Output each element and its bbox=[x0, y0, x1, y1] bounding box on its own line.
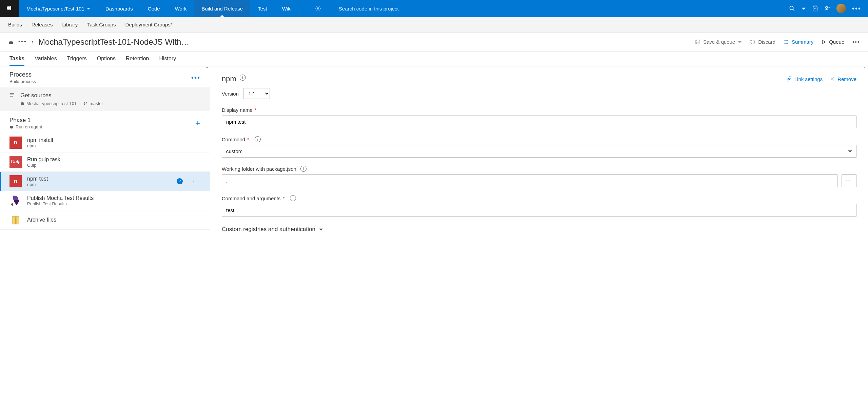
search-box[interactable] bbox=[337, 3, 446, 14]
nav-test[interactable]: Test bbox=[250, 0, 275, 17]
more-actions[interactable]: ••• bbox=[852, 39, 860, 45]
command-select[interactable]: custom bbox=[222, 145, 856, 158]
branch-icon bbox=[83, 102, 87, 106]
form-header: npm i Link settings Remove bbox=[222, 75, 856, 83]
subnav-library[interactable]: Library bbox=[62, 22, 78, 27]
get-sources[interactable]: Get sources MochaTypescriptTest-101 mast… bbox=[0, 87, 210, 111]
tab-history[interactable]: History bbox=[159, 56, 176, 66]
subnav-builds[interactable]: Builds bbox=[8, 22, 22, 27]
process-header[interactable]: Process Build process ••• bbox=[0, 66, 210, 87]
title-actions: Save & queue Discard Summary Queue ••• bbox=[695, 39, 860, 45]
more-icon[interactable]: ••• bbox=[18, 38, 27, 45]
phase-title: Phase 1 bbox=[9, 117, 42, 124]
publish-icon bbox=[9, 194, 22, 207]
avatar[interactable] bbox=[836, 4, 846, 13]
summary-button[interactable]: Summary bbox=[784, 39, 813, 45]
folder-input[interactable] bbox=[222, 174, 837, 187]
topbar-right: ••• bbox=[782, 4, 868, 13]
task-name: Archive files bbox=[27, 217, 56, 223]
svg-point-15 bbox=[84, 102, 85, 103]
task-type: npm bbox=[27, 143, 53, 148]
info-icon[interactable]: i bbox=[240, 75, 246, 81]
tab-tasks[interactable]: Tasks bbox=[9, 56, 24, 66]
queue-button[interactable]: Queue bbox=[822, 39, 844, 45]
discard-button[interactable]: Discard bbox=[750, 39, 775, 45]
repo-name: MochaTypescriptTest-101 bbox=[26, 101, 77, 106]
build-def-icon[interactable] bbox=[8, 39, 14, 45]
task-type: npm bbox=[27, 182, 48, 187]
tab-options[interactable]: Options bbox=[97, 56, 116, 66]
tab-triggers[interactable]: Triggers bbox=[67, 56, 87, 66]
collapsible-registries[interactable]: Custom registries and authentication bbox=[222, 226, 856, 233]
undo-icon bbox=[750, 39, 755, 45]
nav-work[interactable]: Work bbox=[167, 0, 194, 17]
scroll-up-icon[interactable]: ⌃ bbox=[861, 66, 867, 73]
settings-gear[interactable] bbox=[309, 5, 327, 12]
svg-rect-18 bbox=[10, 126, 13, 128]
process-title: Process bbox=[9, 71, 36, 78]
field-working-folder: Working folder with package.json i ··· bbox=[222, 166, 856, 187]
tab-retention[interactable]: Retention bbox=[126, 56, 149, 66]
archive-icon bbox=[9, 214, 22, 226]
nav-build-release[interactable]: Build and Release bbox=[194, 0, 250, 17]
process-more[interactable]: ••• bbox=[191, 74, 200, 82]
user-icon[interactable] bbox=[824, 5, 830, 12]
chevron-down-icon bbox=[86, 6, 91, 11]
play-icon bbox=[822, 40, 826, 44]
browse-button[interactable]: ··· bbox=[842, 174, 856, 187]
subnav-releases[interactable]: Releases bbox=[32, 22, 53, 27]
project-selector[interactable]: MochaTypescriptTest-101 bbox=[19, 0, 98, 17]
task-row[interactable]: Publish Mocha Test Results Publish Test … bbox=[0, 191, 210, 210]
nav-dashboards[interactable]: Dashboards bbox=[98, 0, 140, 17]
subnav-task-groups[interactable]: Task Groups bbox=[87, 22, 116, 27]
svg-point-16 bbox=[86, 102, 87, 103]
scroll-up-icon[interactable]: ⌃ bbox=[204, 66, 210, 73]
remove-button[interactable]: Remove bbox=[830, 76, 856, 82]
tab-variables[interactable]: Variables bbox=[35, 56, 57, 66]
list-icon bbox=[784, 39, 789, 45]
vsts-logo[interactable] bbox=[0, 0, 19, 17]
add-task-button[interactable]: + bbox=[195, 118, 200, 128]
drag-handle[interactable]: ⋮⋮ bbox=[191, 179, 200, 184]
gear-icon bbox=[315, 5, 321, 12]
task-row[interactable]: n npm test npm ✓ ⋮⋮ bbox=[0, 172, 210, 191]
branch-name: master bbox=[90, 101, 103, 106]
subnav-deployment-groups[interactable]: Deployment Groups* bbox=[125, 22, 172, 27]
titlebar: ••• › MochaTypescriptTest-101-NodeJS Wit… bbox=[0, 33, 868, 51]
phase-header[interactable]: Phase 1 Run on agent + bbox=[0, 111, 210, 133]
task-form: ⌃ npm i Link settings Remove Version 1.* bbox=[210, 66, 868, 412]
task-row[interactable]: Gulp Run gulp task Gulp bbox=[0, 152, 210, 172]
nav-code[interactable]: Code bbox=[140, 0, 167, 17]
version-select[interactable]: 1.* bbox=[243, 88, 270, 99]
task-name: npm test bbox=[27, 176, 48, 182]
info-icon[interactable]: i bbox=[290, 195, 296, 201]
version-row: Version 1.* bbox=[222, 88, 856, 99]
task-type: Publish Test Results bbox=[27, 201, 94, 206]
search-input[interactable] bbox=[337, 3, 446, 14]
nav-wiki[interactable]: Wiki bbox=[275, 0, 299, 17]
more-icon[interactable]: ••• bbox=[852, 5, 861, 13]
task-row[interactable]: Archive files bbox=[0, 210, 210, 230]
info-icon[interactable]: i bbox=[255, 136, 261, 142]
display-name-input[interactable] bbox=[222, 116, 856, 128]
save-icon bbox=[695, 39, 701, 45]
chevron-down-icon[interactable] bbox=[801, 6, 806, 11]
arguments-input[interactable] bbox=[222, 204, 856, 216]
search-icon[interactable] bbox=[789, 5, 795, 12]
save-queue-button[interactable]: Save & queue bbox=[695, 39, 742, 45]
task-row[interactable]: n npm install npm bbox=[0, 133, 210, 152]
field-display-name: Display name* bbox=[222, 107, 856, 128]
svg-point-1 bbox=[790, 6, 793, 10]
main: ⌃ Process Build process ••• Get sources … bbox=[0, 66, 868, 412]
link-settings-button[interactable]: Link settings bbox=[786, 76, 823, 82]
info-icon[interactable]: i bbox=[300, 166, 307, 172]
version-label: Version bbox=[222, 91, 239, 97]
shop-icon[interactable] bbox=[812, 5, 818, 12]
svg-rect-4 bbox=[9, 41, 13, 44]
svg-rect-21 bbox=[15, 216, 17, 224]
agent-icon bbox=[9, 125, 14, 129]
sources-icon bbox=[9, 93, 15, 97]
chevron-down-icon bbox=[738, 40, 742, 44]
task-type: Gulp bbox=[27, 163, 60, 168]
field-command: Command* i custom bbox=[222, 136, 856, 158]
